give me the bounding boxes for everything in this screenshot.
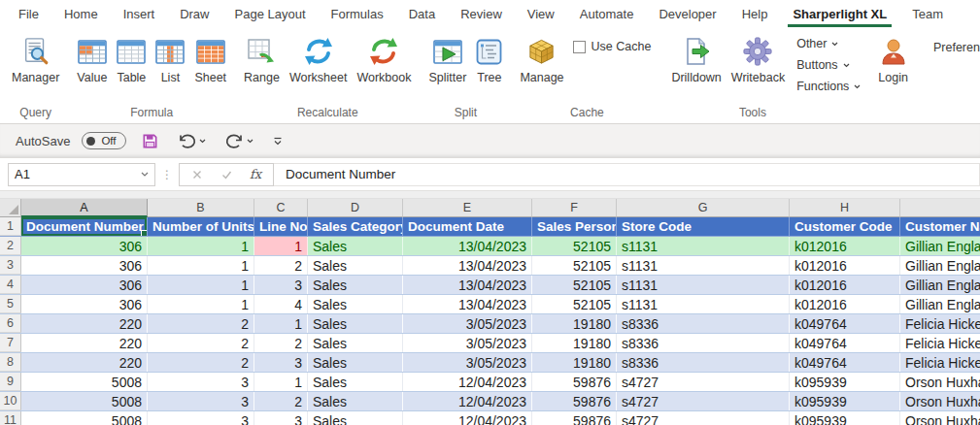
cell-H3[interactable]: k012016 <box>790 256 900 275</box>
cell-H9[interactable]: k095939 <box>790 373 900 391</box>
column-header-B[interactable]: B <box>148 199 254 217</box>
cancel-entry-button[interactable] <box>184 165 211 184</box>
enter-entry-button[interactable] <box>213 165 240 184</box>
cell-D2[interactable]: Sales <box>308 237 403 255</box>
cell-G3[interactable]: s1131 <box>617 256 790 275</box>
cell-E1[interactable]: Document Date <box>403 217 532 236</box>
column-header-A[interactable]: A <box>21 199 148 217</box>
row-header-11[interactable]: 11 <box>0 411 21 425</box>
cell-G7[interactable]: s8336 <box>617 334 790 352</box>
cell-F7[interactable]: 19180 <box>532 334 617 352</box>
row-header-4[interactable]: 4 <box>0 276 21 294</box>
cell-B11[interactable]: 3 <box>148 411 254 425</box>
range-button[interactable]: Range <box>239 32 285 86</box>
manage-button[interactable]: Manage <box>515 32 568 86</box>
row-header-6[interactable]: 6 <box>0 314 21 333</box>
insert-function-button[interactable]: fx <box>242 165 269 184</box>
cell-G1[interactable]: Store Code <box>617 217 790 236</box>
cell-H11[interactable]: k095939 <box>790 411 900 425</box>
tab-automate[interactable]: Automate <box>567 0 647 27</box>
cell-D8[interactable]: Sales <box>308 353 403 372</box>
column-header-G[interactable]: G <box>617 199 790 217</box>
cell-H2[interactable]: k012016 <box>790 237 900 255</box>
list-button[interactable]: List <box>151 32 189 86</box>
cell-B9[interactable]: 3 <box>148 373 254 391</box>
row-header-3[interactable]: 3 <box>0 256 21 275</box>
cell-G8[interactable]: s8336 <box>617 353 790 372</box>
cell-E6[interactable]: 3/05/2023 <box>403 314 532 333</box>
tab-data[interactable]: Data <box>396 0 448 27</box>
use-cache-checkbox[interactable]: Use Cache <box>573 40 652 53</box>
tab-view[interactable]: View <box>515 0 567 27</box>
column-header-F[interactable]: F <box>532 199 617 217</box>
tab-team[interactable]: Team <box>899 0 956 27</box>
cell-D7[interactable]: Sales <box>308 334 403 352</box>
login-button[interactable]: Login <box>873 32 913 86</box>
cell-F3[interactable]: 52105 <box>532 256 617 275</box>
cell-E4[interactable]: 13/04/2023 <box>403 276 532 294</box>
cell-A3[interactable]: 306 <box>21 256 148 275</box>
cell-I9[interactable]: Orson Huxham <box>900 373 980 391</box>
cell-H8[interactable]: k049764 <box>790 353 900 372</box>
table-button[interactable]: Table <box>112 32 151 86</box>
cell-C3[interactable]: 2 <box>254 256 308 275</box>
drilldown-button[interactable]: Drilldown <box>666 32 726 86</box>
cell-I8[interactable]: Felicia Hickey <box>900 353 980 372</box>
value-button[interactable]: Value <box>72 32 112 86</box>
cell-H7[interactable]: k049764 <box>790 334 900 352</box>
cell-G10[interactable]: s4727 <box>617 392 790 410</box>
name-box[interactable]: A1 <box>8 163 155 186</box>
cell-C9[interactable]: 1 <box>254 373 308 391</box>
tab-home[interactable]: Home <box>51 0 111 27</box>
cell-E5[interactable]: 13/04/2023 <box>403 295 532 313</box>
tab-draw[interactable]: Draw <box>167 0 221 27</box>
cell-I2[interactable]: Gillian England <box>900 237 980 255</box>
cell-I7[interactable]: Felicia Hickey <box>900 334 980 352</box>
row-header-7[interactable]: 7 <box>0 334 21 352</box>
cell-F2[interactable]: 52105 <box>532 237 617 255</box>
cell-I6[interactable]: Felicia Hickey <box>900 314 980 333</box>
formula-bar-resize-handle[interactable]: ⋮ <box>155 168 179 181</box>
cell-C4[interactable]: 3 <box>254 276 308 294</box>
cell-D5[interactable]: Sales <box>308 295 403 313</box>
cell-C10[interactable]: 2 <box>254 392 308 410</box>
cell-H5[interactable]: k012016 <box>790 295 900 313</box>
cell-F4[interactable]: 52105 <box>532 276 617 294</box>
undo-button[interactable] <box>174 130 210 152</box>
tab-help[interactable]: Help <box>729 0 781 27</box>
tab-review[interactable]: Review <box>448 0 515 27</box>
sheet-button[interactable]: Sheet <box>189 32 231 86</box>
cell-B5[interactable]: 1 <box>148 295 254 313</box>
other-dropdown[interactable]: Other <box>790 34 867 53</box>
cell-B8[interactable]: 2 <box>148 353 254 372</box>
cell-C6[interactable]: 1 <box>254 314 308 333</box>
cell-B10[interactable]: 3 <box>148 392 254 410</box>
tab-page-layout[interactable]: Page Layout <box>222 0 319 27</box>
cell-I11[interactable]: Orson Huxham <box>900 411 980 425</box>
cell-C11[interactable]: 3 <box>254 411 308 425</box>
cell-G2[interactable]: s1131 <box>617 237 790 255</box>
writeback-button[interactable]: Writeback <box>727 32 790 86</box>
cell-A9[interactable]: 5008 <box>21 373 148 391</box>
tab-developer[interactable]: Developer <box>646 0 728 27</box>
cell-C2[interactable]: 1 <box>254 237 308 255</box>
checkbox-box[interactable] <box>573 41 586 53</box>
cell-C1[interactable]: Line No <box>254 217 308 236</box>
cell-A1[interactable]: Document Number <box>21 217 148 236</box>
column-header-H[interactable]: H <box>790 199 900 217</box>
cell-H6[interactable]: k049764 <box>790 314 900 333</box>
cell-A2[interactable]: 306 <box>21 237 148 255</box>
cell-A4[interactable]: 306 <box>21 276 148 294</box>
cell-B2[interactable]: 1 <box>148 237 254 255</box>
row-header-2[interactable]: 2 <box>0 237 21 255</box>
cell-C7[interactable]: 2 <box>254 334 308 352</box>
redo-button[interactable] <box>221 130 257 152</box>
cell-C5[interactable]: 4 <box>254 295 308 313</box>
cell-B4[interactable]: 1 <box>148 276 254 294</box>
cell-F1[interactable]: Sales Person <box>532 217 617 236</box>
cell-D9[interactable]: Sales <box>308 373 403 391</box>
row-header-10[interactable]: 10 <box>0 392 21 410</box>
cell-E11[interactable]: 12/04/2023 <box>403 411 532 425</box>
preferences-dropdown[interactable]: Preferences <box>927 38 980 57</box>
column-header-C[interactable]: C <box>254 199 308 217</box>
